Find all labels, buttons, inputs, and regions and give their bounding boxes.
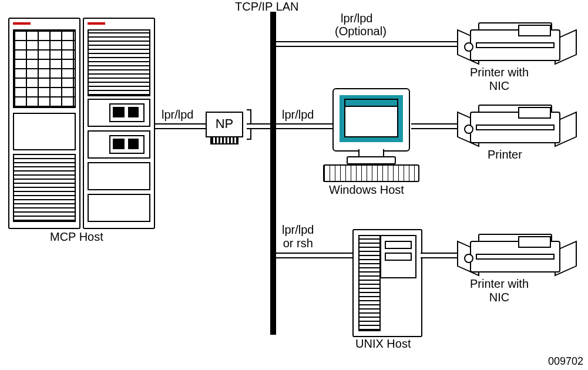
unix-host-icon bbox=[352, 229, 422, 337]
printer-nic-1-icon bbox=[458, 16, 576, 69]
link-lan-unix bbox=[276, 253, 352, 258]
windows-host-icon bbox=[323, 88, 417, 182]
mcp-rack-right bbox=[83, 18, 155, 229]
link-lan-windows-label: lpr/lpd bbox=[282, 108, 314, 122]
mcp-host-icon bbox=[8, 18, 155, 229]
link-windows-printer bbox=[411, 123, 464, 129]
lan-title: TCP/IP LAN bbox=[235, 0, 299, 14]
link-printer1-label-b: (Optional) bbox=[335, 25, 387, 38]
printer-mid-icon bbox=[458, 99, 576, 152]
mcp-rack-left bbox=[8, 18, 80, 229]
np-label: NP bbox=[206, 112, 243, 137]
link-np-lan bbox=[247, 123, 270, 129]
printer-nic-2-label: Printer with NIC bbox=[470, 277, 529, 304]
windows-host-label: Windows Host bbox=[329, 183, 404, 197]
link-printer1-label-a: lpr/lpd bbox=[341, 12, 372, 25]
printer-nic-2-icon bbox=[458, 228, 576, 281]
link-mcp-np-label: lpr/lpd bbox=[162, 108, 193, 122]
np-device-icon: NP bbox=[206, 112, 247, 147]
link-mcp-np bbox=[155, 123, 206, 129]
tcpip-lan-bus bbox=[270, 12, 276, 335]
mcp-host-label: MCP Host bbox=[50, 230, 103, 244]
printer-nic-1-label: Printer with NIC bbox=[470, 66, 529, 93]
figure-number: 009702 bbox=[548, 355, 583, 368]
printer-mid-label: Printer bbox=[488, 148, 522, 162]
unix-host-label: UNIX Host bbox=[355, 337, 411, 351]
link-lan-printer1 bbox=[276, 41, 464, 47]
link-lan-unix-label: lpr/lpd or rsh bbox=[282, 223, 314, 250]
diagram-canvas: TCP/IP LAN MCP Host lpr/lpd NP lpr/lpd (… bbox=[0, 0, 588, 370]
